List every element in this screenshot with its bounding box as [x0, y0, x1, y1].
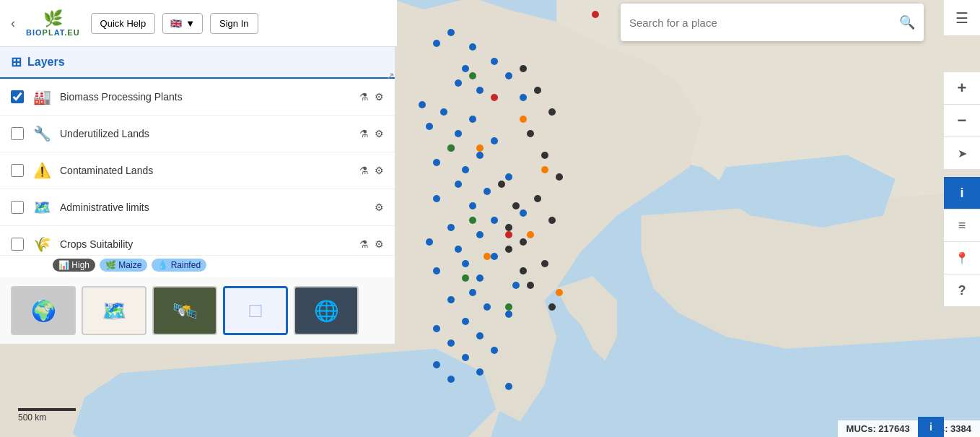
layers-header: ⊞ Layers — [0, 47, 395, 79]
info-button[interactable]: i — [944, 177, 980, 209]
layer-item-admin: 🗺️ Administrative limits ⚙ — [0, 189, 395, 226]
layer-checkbox-crops[interactable] — [11, 238, 24, 251]
contaminated-gear-icon[interactable]: ⚙ — [375, 165, 384, 176]
basemap-row: 🌍 🗺️ 🛰️ □ 🌐 — [0, 277, 395, 344]
underutilized-gear-icon[interactable]: ⚙ — [375, 128, 384, 139]
info-button-bottom[interactable]: i — [918, 417, 944, 437]
layer-item-crops: 🌾 Crops Suitability ⚗ ⚙ — [0, 226, 395, 256]
admin-controls: ⚙ — [375, 202, 384, 213]
layers-title-text: Layers — [27, 56, 65, 69]
scale-line — [18, 408, 76, 411]
resize-handle[interactable]: ↗ — [386, 70, 395, 82]
scale-bar: 500 km — [18, 408, 76, 423]
list-button[interactable]: ≡ — [944, 209, 980, 242]
crops-filter-icon[interactable]: ⚗ — [359, 238, 369, 250]
crops-icon: 🌾 — [31, 233, 53, 255]
layer-name-contaminated: Contaminated Lands — [60, 165, 352, 176]
mucs-count: MUCs: 217643 — [846, 423, 910, 434]
locate-button[interactable]: ➤ — [944, 137, 980, 170]
layer-name-biomass: Biomass Processing Plants — [60, 91, 352, 103]
layer-name-admin: Administrative limits — [60, 202, 367, 213]
layer-checkbox-admin[interactable] — [11, 201, 24, 214]
layer-checkbox-contaminated[interactable] — [11, 164, 24, 177]
layer-name-crops: Crops Suitability — [60, 238, 352, 250]
sign-in-button[interactable]: Sign In — [210, 13, 258, 34]
search-icon[interactable]: 🔍 — [899, 14, 915, 30]
help-button[interactable]: ? — [944, 274, 980, 307]
biomass-icon: 🏭 — [31, 86, 53, 108]
basemap-hybrid[interactable]: 🌐 — [294, 286, 359, 335]
basemap-road[interactable]: 🗺️ — [82, 286, 146, 335]
biomass-controls: ⚗ ⚙ — [359, 91, 384, 103]
layer-item-biomass: 🏭 Biomass Processing Plants ⚗ ⚙ — [0, 79, 395, 116]
right-controls: ☰ + − ➤ i ≡ 📍 ? — [944, 0, 980, 307]
zoom-in-button[interactable]: + — [944, 72, 980, 105]
logo: 🌿 BIOPLAT.EU — [26, 9, 80, 37]
crops-gear-icon[interactable]: ⚙ — [375, 238, 384, 250]
basemap-blank[interactable]: □ — [223, 286, 288, 335]
biomass-filter-icon[interactable]: ⚗ — [359, 91, 369, 103]
logo-icon: 🌿 — [43, 9, 63, 28]
layer-checkbox-underutilized[interactable] — [11, 127, 24, 140]
contaminated-icon: ⚠️ — [31, 160, 53, 181]
layer-item-underutilized: 🔧 Underutilized Lands ⚗ ⚙ — [0, 116, 395, 152]
search-bar: 🔍 — [621, 4, 924, 41]
admin-gear-icon[interactable]: ⚙ — [375, 202, 384, 213]
flag-icon: 🇬🇧 — [170, 18, 182, 29]
language-button[interactable]: 🇬🇧 ▼ — [162, 13, 203, 34]
badge-high[interactable]: 📊 High — [53, 259, 95, 272]
hamburger-button[interactable]: ☰ — [944, 0, 980, 36]
layer-checkbox-biomass[interactable] — [11, 90, 24, 103]
zoom-out-button[interactable]: − — [944, 105, 980, 137]
layers-icon: ⊞ — [11, 54, 22, 70]
layer-name-underutilized: Underutilized Lands — [60, 128, 352, 139]
contaminated-controls: ⚗ ⚙ — [359, 165, 384, 176]
crops-badges: 📊 High 🌿 Maize 💧 Rainfed — [0, 256, 395, 277]
search-input[interactable] — [629, 17, 893, 29]
layers-panel: ⊞ Layers 🏭 Biomass Processing Plants ⚗ ⚙… — [0, 47, 395, 345]
scale-label: 500 km — [18, 412, 46, 423]
badge-maize[interactable]: 🌿 Maize — [100, 259, 147, 272]
map-pin-button[interactable]: 📍 — [944, 242, 980, 274]
admin-icon: 🗺️ — [31, 196, 53, 218]
underutilized-icon: 🔧 — [31, 123, 53, 144]
logo-text: BIOPLAT.EU — [26, 28, 80, 37]
biomass-gear-icon[interactable]: ⚙ — [375, 91, 384, 103]
badge-rainfed[interactable]: 💧 Rainfed — [152, 259, 206, 272]
basemap-grey[interactable]: 🌍 — [11, 286, 76, 335]
basemap-satellite[interactable]: 🛰️ — [152, 286, 217, 335]
layer-item-contaminated: ⚠️ Contaminated Lands ⚗ ⚙ — [0, 152, 395, 189]
contaminated-filter-icon[interactable]: ⚗ — [359, 165, 369, 176]
top-bar: ‹ 🌿 BIOPLAT.EU Quick Help 🇬🇧 ▼ Sign In — [0, 0, 397, 47]
back-button[interactable]: ‹ — [7, 12, 19, 35]
lang-arrow: ▼ — [185, 18, 195, 29]
underutilized-filter-icon[interactable]: ⚗ — [359, 128, 369, 139]
quick-help-button[interactable]: Quick Help — [91, 13, 156, 34]
status-bar: MUCs: 217643 BPPs: 3384 — [838, 420, 980, 437]
underutilized-controls: ⚗ ⚙ — [359, 128, 384, 139]
crops-controls: ⚗ ⚙ — [359, 238, 384, 250]
